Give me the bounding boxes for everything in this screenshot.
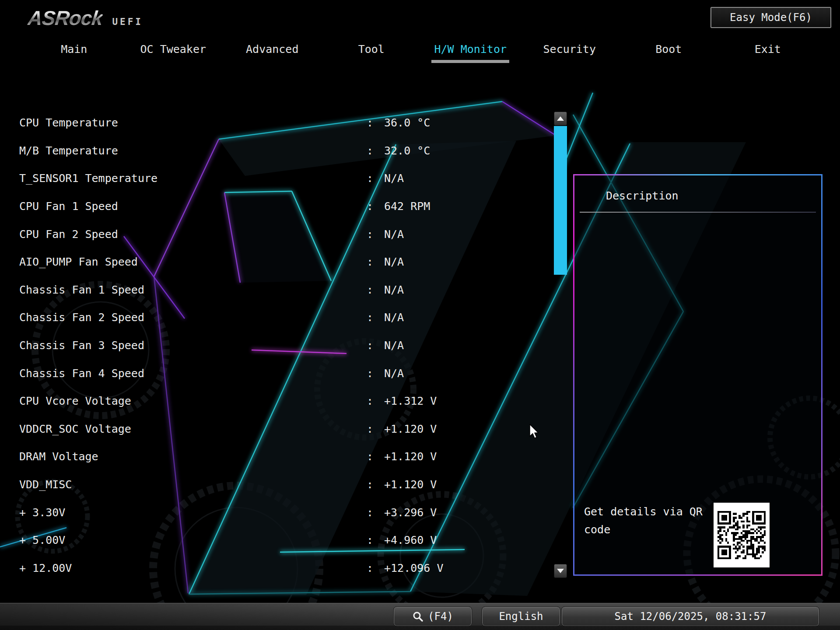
easy-mode-button[interactable]: Easy Mode(F6) (710, 7, 831, 28)
tab-security[interactable]: Security (520, 43, 620, 67)
hw-row-label: M/B Temperature (19, 144, 118, 157)
hw-row[interactable]: DRAM Voltage:+1.120 V (19, 443, 542, 471)
status-bar: (F4) English Sat 12/06/2025, 08:31:57 (0, 603, 840, 630)
tab-oc-tweaker[interactable]: OC Tweaker (124, 43, 223, 67)
scrollbar[interactable] (554, 112, 567, 578)
hw-row-colon: : (367, 172, 374, 185)
search-button[interactable]: (F4) (394, 607, 472, 626)
hw-row-value-group: :N/A (367, 228, 404, 241)
tab-exit[interactable]: Exit (718, 43, 818, 67)
hw-row[interactable]: + 3.30V:+3.296 V (19, 498, 542, 526)
hw-row-value-group: :+4.960 V (367, 534, 437, 546)
datetime-label: Sat 12/06/2025, 08:31:57 (615, 610, 766, 623)
hw-row-colon: : (367, 534, 374, 546)
hw-row-value: N/A (384, 367, 404, 380)
qr-code (714, 503, 770, 567)
scroll-down-button[interactable] (554, 564, 567, 578)
language-label: English (499, 610, 543, 623)
hw-row-value: +1.312 V (384, 395, 437, 407)
search-hotkey-label: (F4) (428, 610, 453, 623)
hw-row-value: +1.120 V (384, 423, 437, 435)
tab-main[interactable]: Main (24, 43, 124, 67)
hw-row-colon: : (367, 200, 374, 213)
hw-row-colon: : (367, 562, 374, 574)
tab-advanced[interactable]: Advanced (223, 43, 322, 67)
hw-row-value-group: :N/A (367, 311, 404, 324)
hw-row-value-group: :+1.120 V (367, 478, 437, 491)
qr-caption: Get details via QR code (584, 503, 715, 539)
hw-row-value: 642 RPM (384, 200, 430, 213)
hw-row-colon: : (367, 256, 374, 268)
hw-row-label: Chassis Fan 3 Speed (19, 339, 144, 352)
hw-row-value-group: :+3.296 V (367, 506, 437, 519)
tab-label: Boot (653, 43, 684, 60)
hw-row-value-group: :32.0 °C (367, 144, 430, 157)
hw-row[interactable]: Chassis Fan 4 Speed:N/A (19, 359, 542, 387)
tab-label: H/W Monitor (431, 43, 509, 63)
description-separator (580, 212, 816, 213)
hw-row-colon: : (367, 423, 374, 435)
hw-monitor-list: CPU Temperature:36.0 °CM/B Temperature:3… (19, 109, 542, 582)
hw-row-value-group: :N/A (367, 256, 404, 268)
hw-row[interactable]: T_SENSOR1 Temperature:N/A (19, 164, 542, 192)
hw-row-colon: : (367, 478, 374, 491)
hw-row-label: + 12.00V (19, 562, 72, 574)
hw-row[interactable]: CPU Fan 1 Speed:642 RPM (19, 192, 542, 220)
hw-row-value: +1.120 V (384, 450, 437, 463)
arrow-up-icon (557, 116, 564, 121)
hw-row-label: + 5.00V (19, 534, 65, 546)
hw-row-label: Chassis Fan 2 Speed (19, 311, 144, 324)
tab-label: Tool (356, 43, 387, 60)
hw-row-colon: : (367, 116, 374, 129)
hw-row-colon: : (367, 506, 374, 519)
hw-row[interactable]: Chassis Fan 3 Speed:N/A (19, 332, 542, 360)
description-panel: Description Get details via QR code (573, 174, 822, 576)
hw-row-value-group: :642 RPM (367, 200, 430, 213)
asrock-logo-text: ASRock (27, 6, 104, 30)
tab-label: Security (541, 43, 598, 60)
hw-row-colon: : (367, 367, 374, 380)
tab-boot[interactable]: Boot (619, 43, 718, 67)
hw-row-value-group: :+1.120 V (367, 450, 437, 463)
hw-row[interactable]: VDD_MISC:+1.120 V (19, 471, 542, 499)
hw-row[interactable]: VDDCR_SOC Voltage:+1.120 V (19, 415, 542, 443)
hw-row-value: +4.960 V (384, 534, 437, 546)
language-button[interactable]: English (482, 607, 560, 626)
tab-tool[interactable]: Tool (322, 43, 421, 67)
hw-row-value: 32.0 °C (384, 144, 430, 157)
hw-row-value: N/A (384, 284, 404, 296)
search-icon (412, 611, 424, 622)
hw-row-label: DRAM Voltage (19, 450, 98, 463)
hw-row-label: Chassis Fan 4 Speed (19, 367, 144, 380)
hw-row[interactable]: M/B Temperature:32.0 °C (19, 137, 542, 165)
hw-row-colon: : (367, 395, 374, 407)
hw-row-colon: : (367, 450, 374, 463)
hw-row[interactable]: CPU Vcore Voltage:+1.312 V (19, 387, 542, 415)
hw-row[interactable]: Chassis Fan 2 Speed:N/A (19, 304, 542, 332)
hw-row-label: VDDCR_SOC Voltage (19, 423, 131, 435)
datetime-button[interactable]: Sat 12/06/2025, 08:31:57 (562, 607, 819, 626)
hw-row-colon: : (367, 339, 374, 352)
scrollbar-thumb[interactable] (554, 126, 567, 275)
hw-row[interactable]: + 5.00V:+4.960 V (19, 526, 542, 554)
hw-row-colon: : (367, 311, 374, 324)
hw-row[interactable]: Chassis Fan 1 Speed:N/A (19, 276, 542, 304)
hw-row-label: CPU Fan 1 Speed (19, 200, 118, 213)
hw-row-label: Chassis Fan 1 Speed (19, 284, 144, 296)
tab-h-w-monitor[interactable]: H/W Monitor (421, 43, 520, 67)
menu-tab-bar: MainOC TweakerAdvancedToolH/W MonitorSec… (24, 43, 817, 67)
tab-label: Exit (752, 43, 784, 60)
hw-row-label: CPU Temperature (19, 116, 118, 129)
hw-row[interactable]: + 12.00V:+12.096 V (19, 554, 542, 582)
hw-row-value: +12.096 V (384, 562, 443, 574)
hw-row-colon: : (367, 228, 374, 241)
hw-row[interactable]: AIO_PUMP Fan Speed:N/A (19, 248, 542, 276)
hw-row[interactable]: CPU Fan 2 Speed:N/A (19, 220, 542, 248)
hw-row-colon: : (367, 144, 374, 157)
hw-row-label: CPU Vcore Voltage (19, 395, 131, 407)
hw-row-value: N/A (384, 311, 404, 324)
hw-row-value-group: :N/A (367, 284, 404, 296)
hw-row[interactable]: CPU Temperature:36.0 °C (19, 109, 542, 137)
hw-row-colon: : (367, 284, 374, 296)
scroll-up-button[interactable] (554, 112, 567, 126)
